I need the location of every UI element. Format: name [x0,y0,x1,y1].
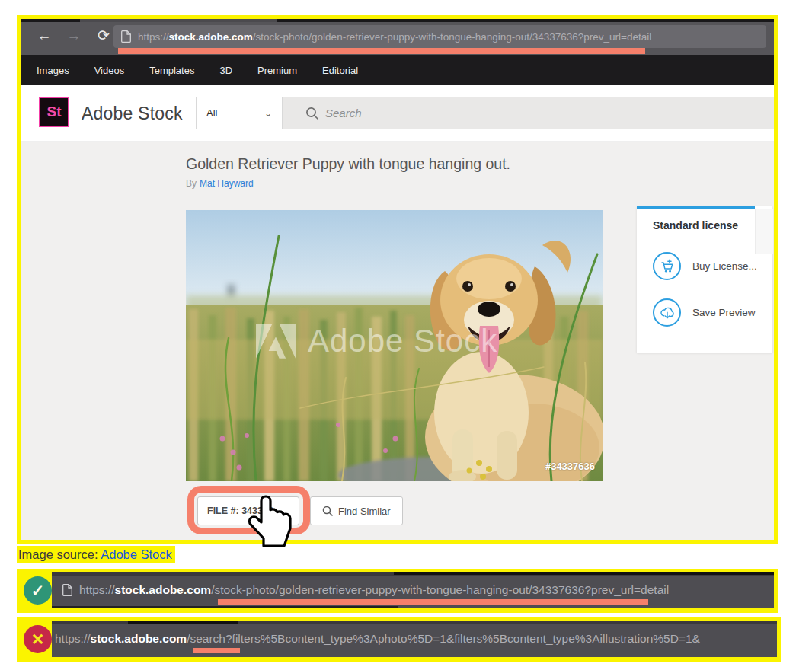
reload-icon[interactable]: ⟳ [95,26,112,46]
nav-item-premium[interactable]: Premium [257,65,297,76]
url-text: https://stock.adobe.com/stock-photo/gold… [138,31,651,43]
url-text: https://stock.adobe.com/stock-photo/gold… [79,583,669,597]
cross-circle-icon: ✕ [24,625,52,653]
search-input[interactable] [324,106,555,120]
adobe-stock-logo[interactable]: St [39,97,69,127]
category-dropdown[interactable]: All ⌄ [196,97,283,129]
url-underline-annotation [193,648,240,653]
brand-name[interactable]: Adobe Stock [82,104,183,124]
image-id-overlay: #34337636 [545,461,595,472]
page-icon [121,30,131,43]
url-bar-screenshot-incorrect: https://stock.adobe.com/search?filters%5… [52,621,777,657]
correct-url-example: ✓ https://stock.adobe.com/stock-photo/go… [17,569,778,613]
save-preview-button[interactable]: Save Preview [653,298,772,327]
active-tab-edge [80,19,277,22]
panel-top-black-segment [128,621,238,624]
chevron-down-icon: ⌄ [264,108,272,119]
browser-chrome: ← → ⟳ https://stock.adobe.com/stock-phot… [21,19,774,55]
cart-icon [653,252,681,280]
caption-source-link[interactable]: Adobe Stock [101,547,172,561]
url-protocol: https:// [55,632,91,645]
url-path: /search?filters%5Bcontent_type%3Aphoto%5… [187,632,700,645]
next-tab-stub[interactable] [755,209,773,254]
url-underline-annotation [218,599,648,605]
url-underline-annotation [118,48,645,54]
byline: ByMat Hayward [186,178,254,189]
asset-title: Golden Retriever Puppy with tongue hangi… [186,155,510,173]
url-bar-screenshot-correct: https://stock.adobe.com/stock-photo/gold… [52,572,774,608]
license-panel: Standard license Buy License... Save Pre… [637,206,772,353]
find-similar-button[interactable]: Find Similar [310,496,403,525]
find-similar-label: Find Similar [338,506,391,517]
panel-bottom-black-segment [52,606,398,608]
url-protocol: https:// [79,583,115,596]
puppy-photo-illustration [186,210,603,481]
byline-prefix: By [186,178,197,189]
hand-cursor-icon [246,493,295,557]
search-icon [322,506,333,516]
nav-item-videos[interactable]: Videos [94,65,125,76]
url-domain: stock.adobe.com [115,583,212,596]
buy-license-label: Buy License... [692,260,757,272]
url-path: /stock-photo/golden-retriever-puppy-with… [211,583,669,596]
forward-icon[interactable]: → [66,26,82,46]
url-row-incorrect: https://stock.adobe.com/search?filters%5… [52,624,777,653]
url-text: https://stock.adobe.com/search?filters%5… [55,632,700,646]
license-tab-label[interactable]: Standard license [637,206,772,231]
image-source-caption: Image source: Adobe Stock [17,547,175,562]
incorrect-url-example: ✕ https://stock.adobe.com/search?filters… [17,617,781,662]
page-icon [62,584,72,596]
asset-detail-page: Golden Retriever Puppy with tongue hangi… [21,142,774,540]
tab-strip [21,19,774,22]
panel-top-black-segment [394,572,774,575]
author-link[interactable]: Mat Hayward [200,178,254,189]
back-icon[interactable]: ← [36,26,53,46]
check-circle-icon: ✓ [24,576,52,605]
site-header: St Adobe Stock All ⌄ [21,85,774,142]
address-bar[interactable]: https://stock.adobe.com/stock-photo/gold… [113,25,766,48]
search-icon [305,107,318,120]
browser-screenshot-frame: ← → ⟳ https://stock.adobe.com/stock-phot… [17,15,778,544]
url-domain: stock.adobe.com [169,31,253,43]
url-path: /stock-photo/golden-retriever-puppy-with… [253,31,651,43]
cloud-download-icon [653,298,681,327]
nav-item-3d[interactable]: 3D [219,65,232,76]
url-domain: stock.adobe.com [91,632,187,645]
active-tab-indicator [637,206,755,209]
nav-item-images[interactable]: Images [37,65,69,76]
search-bar[interactable] [283,97,774,129]
caption-prefix: Image source: [18,547,101,561]
nav-item-templates[interactable]: Templates [149,65,194,76]
site-nav: Images Videos Templates 3D Premium Edito… [21,55,774,85]
nav-item-editorial[interactable]: Editorial [322,65,358,76]
buy-license-button[interactable]: Buy License... [653,252,772,280]
asset-preview-image: Adobe Stock #34337636 [186,210,603,481]
category-selected: All [206,107,217,119]
url-protocol: https:// [138,31,169,43]
save-preview-label: Save Preview [692,307,756,318]
